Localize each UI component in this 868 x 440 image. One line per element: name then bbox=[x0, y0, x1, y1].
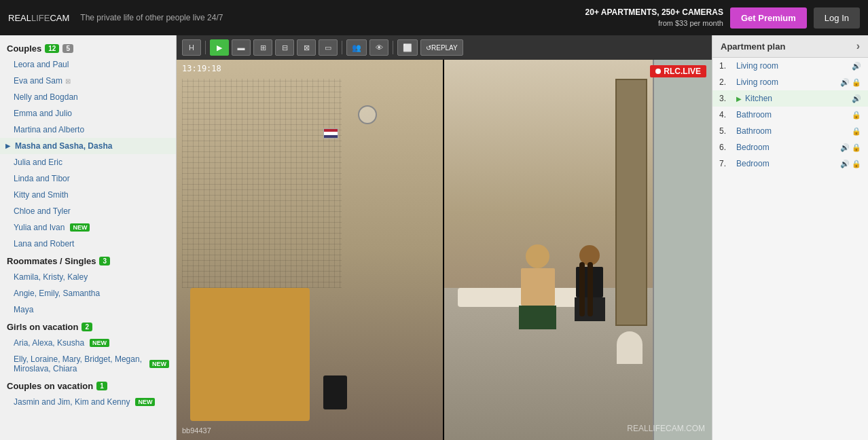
person-2 bbox=[573, 245, 607, 333]
logo[interactable]: REALLIFECAM bbox=[8, 13, 69, 23]
toolbar-btn-people[interactable]: 👥 bbox=[346, 39, 367, 56]
toolbar-btn-screen[interactable]: ⬜ bbox=[397, 39, 418, 56]
sidebar-item-label-chloe-tyler: Chloe and Tyler bbox=[14, 206, 71, 216]
sidebar-item-kamila-kristy-kaley[interactable]: Kamila, Kristy, Kaley bbox=[0, 269, 176, 285]
sidebar-item-label-emma-julio: Emma and Julio bbox=[14, 109, 72, 118]
room-name-bedroom-2: Bedroom bbox=[736, 159, 837, 168]
person-1 bbox=[519, 244, 556, 326]
sidebar-item-kitty-smith[interactable]: Kitty and Smith bbox=[0, 187, 176, 203]
sound-icon-bedroom-1: 🔊 bbox=[840, 143, 850, 152]
room-item-living-room-1[interactable]: 1.Living room🔊 bbox=[712, 58, 868, 74]
room-number-kitchen: 3. bbox=[719, 94, 733, 103]
toolbar-btn-layout4[interactable]: ⊠ bbox=[297, 39, 316, 56]
sidebar-item-emma-julio[interactable]: Emma and Julio bbox=[0, 105, 176, 122]
apartment-panel-header: Apartment plan › bbox=[712, 35, 868, 58]
toolbar-btn-h[interactable]: H bbox=[182, 39, 201, 56]
sidebar-item-leora-paul[interactable]: Leora and Paul bbox=[0, 56, 176, 73]
room-icons-bathroom-1: 🔒 bbox=[852, 111, 861, 120]
sidebar-item-martina-alberto[interactable]: Martina and Alberto bbox=[0, 122, 176, 138]
room-number-living-room-2: 2. bbox=[719, 77, 733, 87]
toolbar-btn-play[interactable]: ▶ bbox=[210, 39, 229, 56]
toolbar-btn-replay[interactable]: ↺ REPLAY bbox=[420, 39, 463, 56]
sidebar-item-label-martina-alberto: Martina and Alberto bbox=[14, 125, 84, 134]
sidebar-item-label-maya: Maya bbox=[14, 305, 33, 314]
room-name-bedroom-1: Bedroom bbox=[736, 143, 837, 152]
video-area: H ▶ ▬ ⊞ ⊟ ⊠ ▭ 👥 👁 ⬜ ↺ REPLAY bbox=[177, 35, 712, 440]
group-label-couples: Couples bbox=[7, 43, 41, 54]
logo-cam: CAM bbox=[50, 13, 69, 23]
sidebar-item-label-nelly-bogdan: Nelly and Bogdan bbox=[14, 92, 78, 102]
group-label-girls-vacation: Girls on vacation bbox=[7, 322, 78, 332]
video-scene bbox=[177, 60, 712, 440]
sidebar-item-label-masha-sasha-dasha: Masha and Sasha, Dasha bbox=[15, 141, 112, 151]
room-name-bathroom-1: Bathroom bbox=[736, 110, 848, 120]
close-panel-button[interactable]: › bbox=[856, 41, 860, 52]
sidebar-item-lana-robert[interactable]: Lana and Robert bbox=[0, 236, 176, 252]
sidebar-item-label-kitty-smith: Kitty and Smith bbox=[14, 190, 69, 200]
room-item-kitchen[interactable]: 3.▶ Kitchen🔊 bbox=[712, 90, 868, 107]
tagline: The private life of other people live 24… bbox=[80, 13, 574, 22]
room-item-bedroom-1[interactable]: 6.Bedroom🔊🔒 bbox=[712, 139, 868, 155]
lock-icon-bedroom-1: 🔒 bbox=[852, 143, 861, 152]
lock-icon-bedroom-2: 🔒 bbox=[852, 160, 861, 168]
toolbar-btn-layout5[interactable]: ▭ bbox=[319, 39, 338, 56]
sound-icon-bedroom-2: 🔊 bbox=[840, 160, 850, 168]
lock-icon-bathroom-1: 🔒 bbox=[852, 111, 861, 120]
badge-green-couples-vacation: 1 bbox=[96, 382, 107, 390]
group-label-couples-vacation: Couples on vacation bbox=[7, 381, 93, 391]
sidebar-item-maya[interactable]: Maya bbox=[0, 301, 176, 318]
get-premium-button[interactable]: Get Premium bbox=[730, 7, 807, 29]
sound-icon-living-room-1: 🔊 bbox=[852, 62, 861, 71]
badge-gray-couples: 5 bbox=[62, 44, 73, 53]
toolbar-btn-layout3[interactable]: ⊟ bbox=[275, 39, 294, 56]
badge-green-roommates: 3 bbox=[99, 257, 110, 265]
sidebar: Couples125Leora and PaulEva and Sam⊠Nell… bbox=[0, 35, 177, 440]
wall-art bbox=[182, 79, 342, 288]
room-item-bathroom-2[interactable]: 5.Bathroom🔒 bbox=[712, 123, 868, 139]
badge-green-couples: 12 bbox=[45, 44, 59, 53]
sidebar-item-yulia-ivan[interactable]: Yulia and IvanNEW bbox=[0, 219, 176, 236]
room-item-bathroom-1[interactable]: 4.Bathroom🔒 bbox=[712, 107, 868, 123]
door bbox=[615, 79, 647, 326]
sidebar-item-linda-tibor[interactable]: Linda and Tibor bbox=[0, 170, 176, 187]
sidebar-item-jasmin-jim-kim-kenny[interactable]: Jasmin and Jim, Kim and KennyNEW bbox=[0, 394, 176, 410]
toolbar-btn-layout1[interactable]: ▬ bbox=[232, 39, 251, 56]
sidebar-item-nelly-bogdan[interactable]: Nelly and Bogdan bbox=[0, 89, 176, 105]
apartments-info: 20+ APARTMENTS, 250+ CAMERAS from $33 pe… bbox=[585, 7, 723, 29]
sidebar-item-elly-group[interactable]: Elly, Loraine, Mary, Bridget, Megan, Mir… bbox=[0, 351, 176, 377]
sidebar-item-eva-sam[interactable]: Eva and Sam⊠ bbox=[0, 73, 176, 89]
sidebar-item-label-elly-group: Elly, Loraine, Mary, Bridget, Megan, Mir… bbox=[14, 354, 144, 373]
toolbar-btn-layout2[interactable]: ⊞ bbox=[253, 39, 272, 56]
room-item-living-room-2[interactable]: 2.Living room🔊🔒 bbox=[712, 74, 868, 90]
flag bbox=[323, 128, 338, 139]
apartment-plan-title: Apartment plan bbox=[721, 41, 785, 52]
room-icons-bedroom-2: 🔊🔒 bbox=[840, 160, 861, 168]
sidebar-item-label-jasmin-jim-kim-kenny: Jasmin and Jim, Kim and Kenny bbox=[14, 397, 130, 407]
toolbar-separator-3 bbox=[393, 41, 393, 54]
room-name-living-room-1: Living room bbox=[736, 61, 848, 71]
room-item-bedroom-2[interactable]: 7.Bedroom🔊🔒 bbox=[712, 155, 868, 172]
room-name-living-room-2: Living room bbox=[736, 77, 837, 87]
login-button[interactable]: Log In bbox=[814, 7, 860, 29]
lock-icon-living-room-2: 🔒 bbox=[852, 78, 861, 87]
lock-icon-bathroom-2: 🔒 bbox=[852, 127, 861, 136]
sidebar-item-julia-eric[interactable]: Julia and Eric bbox=[0, 154, 176, 170]
sound-icon-kitchen: 🔊 bbox=[852, 94, 861, 103]
live-badge: RLC.LIVE bbox=[650, 65, 706, 77]
sidebar-item-label-aria-alexa-ksusha: Aria, Alexa, Ksusha bbox=[14, 338, 84, 348]
apartment-panel: Apartment plan › 1.Living room🔊2.Living … bbox=[712, 35, 868, 440]
toolbar-btn-eye[interactable]: 👁 bbox=[369, 39, 388, 56]
sidebar-item-chloe-tyler[interactable]: Chloe and Tyler bbox=[0, 203, 176, 219]
sidebar-item-label-eva-sam: Eva and Sam bbox=[14, 76, 62, 86]
ext-icon-eva-sam: ⊠ bbox=[65, 77, 71, 85]
sidebar-item-label-angie-emily-samantha: Angie, Emily, Samantha bbox=[14, 289, 100, 298]
sidebar-item-angie-emily-samantha[interactable]: Angie, Emily, Samantha bbox=[0, 285, 176, 301]
sound-icon-living-room-2: 🔊 bbox=[840, 78, 850, 87]
group-header-girls-vacation: Girls on vacation2 bbox=[0, 318, 176, 335]
sidebar-item-masha-sasha-dasha[interactable]: Masha and Sasha, Dasha bbox=[0, 138, 176, 154]
sidebar-item-aria-alexa-ksusha[interactable]: Aria, Alexa, KsushaNEW bbox=[0, 335, 176, 351]
bed bbox=[190, 288, 310, 421]
new-badge-elly-group: NEW bbox=[149, 360, 169, 368]
group-label-roommates: Roommates / Singles bbox=[7, 256, 96, 266]
new-badge-aria-alexa-ksusha: NEW bbox=[90, 339, 109, 347]
